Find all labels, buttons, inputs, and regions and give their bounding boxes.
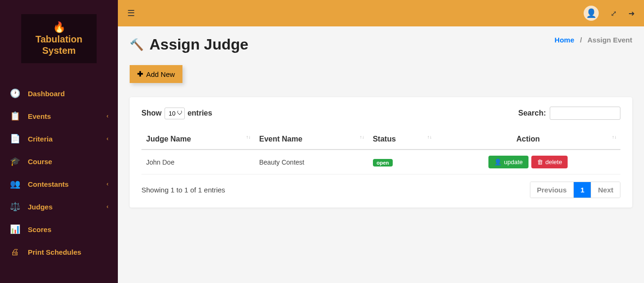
sidebar-item-scores[interactable]: 📊 Scores	[0, 218, 118, 241]
sidebar-item-course[interactable]: 🎓 Course	[0, 150, 118, 173]
cell-judge-name: John Doe	[141, 150, 255, 175]
add-button-label: Add New	[146, 70, 175, 78]
gavel-icon: 🔨	[130, 38, 144, 51]
search-wrap: Search:	[518, 107, 620, 120]
page-number-button[interactable]: 1	[574, 182, 591, 198]
user-edit-icon: 👤	[494, 158, 502, 166]
menu-toggle-icon[interactable]: ☰	[127, 8, 135, 18]
page-title-wrap: 🔨 Assign Judge	[130, 36, 248, 53]
column-status[interactable]: Status ↑↓	[368, 129, 436, 150]
judges-icon: ⚖️	[9, 201, 21, 212]
page-header: 🔨 Assign Judge Home / Assign Event	[130, 36, 632, 53]
sort-icon: ↑↓	[246, 135, 251, 140]
print-icon: 🖨	[9, 246, 21, 258]
sidebar-item-label: Course	[28, 158, 52, 166]
column-action[interactable]: Action ↑↓	[436, 129, 620, 150]
search-input[interactable]	[550, 107, 620, 120]
delete-button[interactable]: 🗑 delete	[531, 156, 568, 168]
sidebar: 🔥 Tabulation System 🕐 Dashboard 📋 Events…	[0, 0, 118, 283]
action-buttons: 👤 update 🗑 delete	[440, 156, 616, 168]
chevron-left-icon: ‹	[107, 203, 108, 210]
sort-icon: ↑↓	[427, 135, 432, 140]
dashboard-icon: 🕐	[9, 88, 21, 99]
sidebar-item-criteria[interactable]: 📄 Criteria ‹	[0, 127, 118, 150]
cell-status: open	[368, 150, 436, 175]
chevron-left-icon: ‹	[107, 181, 108, 187]
logo-text-line1: Tabulation	[35, 33, 83, 45]
previous-button[interactable]: Previous	[530, 182, 574, 198]
plus-icon: ✚	[137, 70, 143, 78]
chevron-left-icon: ‹	[107, 135, 108, 142]
breadcrumb-home[interactable]: Home	[554, 36, 574, 44]
cell-action: 👤 update 🗑 delete	[436, 150, 620, 175]
sidebar-item-label: Events	[28, 112, 51, 120]
events-icon: 📋	[9, 110, 21, 122]
show-entries: Show 10 entries	[141, 108, 212, 119]
entries-select[interactable]: 10	[165, 108, 185, 119]
breadcrumb-separator: /	[580, 36, 582, 44]
criteria-icon: 📄	[9, 133, 21, 144]
table-row: John Doe Beauty Contest open 👤 update	[141, 150, 620, 175]
search-label: Search:	[518, 109, 546, 117]
sidebar-item-contestants[interactable]: 👥 Contestants ‹	[0, 173, 118, 195]
sidebar-item-judges[interactable]: ⚖️ Judges ‹	[0, 195, 118, 218]
content-area: 🔨 Assign Judge Home / Assign Event ✚ Add…	[118, 26, 644, 217]
sort-icon: ↑↓	[612, 135, 617, 140]
logout-icon[interactable]: ➜	[628, 9, 635, 18]
card-footer: Showing 1 to 1 of 1 entries Previous 1 N…	[141, 182, 620, 198]
sidebar-item-dashboard[interactable]: 🕐 Dashboard	[0, 82, 118, 105]
entries-label: entries	[188, 109, 212, 117]
column-event-name[interactable]: Event Name ↑↓	[255, 129, 368, 150]
data-table: Judge Name ↑↓ Event Name ↑↓ Status ↑↓	[141, 129, 620, 175]
update-label: update	[504, 158, 523, 166]
main-content: ☰ 👤 ⤢ ➜ 🔨 Assign Judge Home / Assign Eve…	[118, 0, 644, 283]
sidebar-item-label: Scores	[28, 225, 51, 233]
sidebar-item-label: Judges	[28, 203, 53, 211]
pagination: Previous 1 Next	[530, 182, 620, 198]
sidebar-item-print-schedules[interactable]: 🖨 Print Schedules	[0, 241, 118, 263]
sort-icon: ↑↓	[360, 135, 364, 140]
update-button[interactable]: 👤 update	[488, 156, 528, 168]
scores-icon: 📊	[9, 224, 21, 235]
sidebar-item-label: Criteria	[28, 135, 53, 143]
logo-hex: 🔥 Tabulation System	[21, 14, 97, 63]
sidebar-item-label: Dashboard	[28, 90, 65, 98]
topbar: ☰ 👤 ⤢ ➜	[118, 0, 644, 26]
breadcrumb-current: Assign Event	[587, 36, 632, 44]
sidebar-item-label: Contestants	[28, 180, 69, 188]
topbar-right: 👤 ⤢ ➜	[584, 6, 635, 21]
data-card: Show 10 entries Search: Judge Name	[130, 97, 632, 208]
contestants-icon: 👥	[9, 178, 21, 190]
show-label: Show	[141, 109, 162, 117]
course-icon: 🎓	[9, 156, 21, 167]
page-title: Assign Judge	[149, 36, 248, 53]
next-button[interactable]: Next	[591, 182, 620, 198]
logo-text-line2: System	[35, 45, 83, 56]
card-controls: Show 10 entries Search:	[141, 107, 620, 120]
cell-event-name: Beauty Contest	[255, 150, 368, 175]
avatar[interactable]: 👤	[584, 6, 599, 21]
breadcrumb: Home / Assign Event	[554, 36, 632, 44]
status-badge: open	[373, 159, 393, 166]
chevron-left-icon: ‹	[107, 113, 108, 119]
column-judge-name[interactable]: Judge Name ↑↓	[141, 129, 255, 150]
showing-text: Showing 1 to 1 of 1 entries	[141, 186, 225, 194]
trash-icon: 🗑	[537, 158, 543, 166]
sidebar-item-label: Print Schedules	[28, 248, 81, 256]
logo-area: 🔥 Tabulation System	[0, 0, 118, 82]
add-new-button[interactable]: ✚ Add New	[130, 65, 182, 83]
flame-icon: 🔥	[35, 21, 83, 33]
expand-icon[interactable]: ⤢	[611, 9, 617, 18]
delete-label: delete	[545, 158, 562, 166]
sidebar-item-events[interactable]: 📋 Events ‹	[0, 105, 118, 127]
